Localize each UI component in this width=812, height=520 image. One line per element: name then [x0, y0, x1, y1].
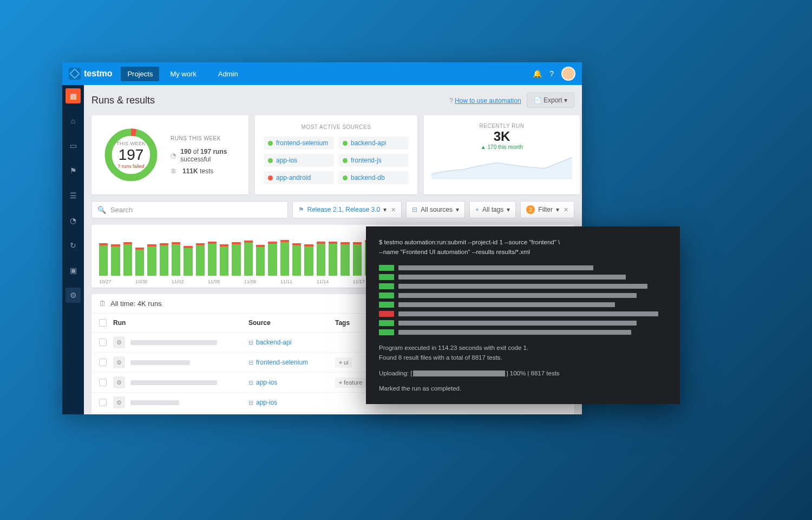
bar-label [342, 279, 349, 284]
bar[interactable] [244, 243, 253, 276]
source-name: app-ios [276, 157, 297, 164]
bar[interactable] [256, 247, 265, 276]
filter-sources[interactable]: ⊟All sources ▾ [406, 201, 465, 218]
bar[interactable] [220, 246, 228, 276]
status-block [379, 320, 394, 326]
bar-label [125, 279, 132, 284]
terminal-result-row [379, 302, 667, 308]
nav-admin[interactable]: Admin [212, 67, 245, 81]
bell-icon[interactable]: 🔔 [533, 69, 542, 78]
source-link[interactable]: ⊟frontend-selenium [248, 359, 335, 366]
status-dot [343, 141, 348, 146]
source-link[interactable]: ⊟app-ios [248, 379, 335, 386]
bar[interactable] [317, 244, 325, 276]
source-link[interactable]: ⊟app-ios [248, 399, 335, 406]
flag-icon: ⚑ [298, 206, 304, 213]
table-row[interactable]: ⚙⊟app-android [91, 413, 574, 414]
bar[interactable] [123, 244, 132, 276]
bar[interactable] [147, 246, 156, 276]
col-run[interactable]: Run [113, 319, 248, 327]
result-bar [398, 330, 631, 335]
terminal-command: $ testmo automation:run:submit --project… [379, 239, 560, 245]
sidebar-runs-icon[interactable]: ▦ [66, 88, 81, 103]
terminal-command: --name "Frontend UI automation" --result… [379, 249, 530, 255]
result-bar [398, 275, 626, 280]
filter-button[interactable]: 2Filter ▾ ✕ [520, 201, 574, 218]
bar[interactable] [353, 244, 362, 276]
bar[interactable] [111, 246, 120, 276]
table-title: All time: 4K runs [110, 300, 162, 308]
bar-label: 11/05 [208, 279, 220, 284]
sidebar-home-icon[interactable]: ⌂ [66, 113, 81, 128]
sidebar-flag-icon[interactable]: ⚑ [66, 163, 81, 178]
bar[interactable] [135, 250, 144, 276]
bar[interactable] [340, 244, 349, 276]
checkbox[interactable] [99, 379, 107, 386]
export-button[interactable]: 📄 Export ▾ [527, 93, 574, 108]
tag[interactable]: ⌖ feature [335, 378, 366, 388]
sidebar-refresh-icon[interactable]: ↻ [66, 238, 81, 253]
bar[interactable] [304, 246, 313, 276]
search-input[interactable]: 🔍 Search [91, 201, 288, 218]
stat-runs: 190 of 197 runs successful [180, 148, 239, 163]
db-icon: ⊟ [412, 206, 417, 213]
terminal-output: Found 8 result files with a total of 881… [379, 353, 667, 362]
run-name-placeholder [130, 340, 217, 345]
sidebar-monitor-icon[interactable]: ▣ [66, 263, 81, 278]
sidebar-book-icon[interactable]: ▭ [66, 138, 81, 153]
bar[interactable] [232, 244, 240, 276]
sources-title: MOST ACTIVE SOURCES [264, 124, 409, 130]
close-icon[interactable]: ✕ [564, 206, 568, 213]
result-bar [398, 284, 647, 289]
close-icon[interactable]: ✕ [391, 206, 396, 213]
bar[interactable] [160, 245, 168, 276]
filter-releases[interactable]: ⚑Release 2.1, Release 3.0 ▾ ✕ [292, 201, 402, 218]
checkbox[interactable] [99, 359, 107, 366]
bar[interactable] [184, 248, 192, 276]
checkbox[interactable] [99, 399, 107, 406]
terminal-result-row [379, 283, 667, 289]
sidebar-settings-icon[interactable]: ⚙ [66, 288, 81, 303]
donut-label: THIS WEEK [116, 141, 146, 146]
db-icon: ⊟ [248, 379, 253, 386]
status-dot [268, 176, 273, 180]
filter-tags[interactable]: ⌖All tags ▾ [469, 201, 516, 218]
source-chip[interactable]: backend-db [338, 171, 409, 184]
gear-icon[interactable]: ⚙ [113, 336, 125, 348]
bar[interactable] [268, 244, 277, 276]
checkbox[interactable] [99, 339, 107, 346]
bar[interactable] [329, 244, 337, 276]
nav-mywork[interactable]: My work [163, 67, 202, 81]
brand-logo[interactable]: testmo [69, 68, 112, 80]
status-block [379, 292, 394, 298]
gear-icon[interactable]: ⚙ [113, 356, 125, 368]
bar[interactable] [280, 242, 289, 276]
bar[interactable] [196, 245, 205, 276]
gear-icon[interactable]: ⚙ [113, 396, 125, 408]
source-chip[interactable]: frontend-js [338, 154, 409, 167]
bar[interactable] [172, 244, 180, 276]
source-chip[interactable]: app-android [264, 171, 334, 184]
source-chip[interactable]: app-ios [264, 154, 334, 167]
db-icon: ⊟ [248, 399, 253, 406]
help-link[interactable]: How to use automation [455, 97, 521, 105]
checkbox-all[interactable] [99, 319, 107, 327]
nav-projects[interactable]: Projects [121, 67, 159, 81]
col-source[interactable]: Source [248, 319, 335, 327]
sidebar-chart-icon[interactable]: ◔ [66, 213, 81, 228]
bar[interactable] [99, 245, 108, 276]
source-chip[interactable]: backend-api [338, 136, 409, 150]
gear-icon[interactable]: ⚙ [113, 376, 125, 388]
status-dot [343, 176, 348, 180]
terminal-result-row [379, 274, 667, 280]
avatar[interactable] [561, 67, 575, 81]
bar[interactable] [292, 245, 301, 276]
topbar: testmo Projects My work Admin 🔔 ? [62, 62, 582, 85]
sidebar-list-icon[interactable]: ☰ [66, 188, 81, 203]
source-chip[interactable]: frontend-selenium [264, 136, 334, 150]
bar[interactable] [208, 244, 217, 276]
source-link[interactable]: ⊟backend-api [248, 339, 335, 346]
tag[interactable]: ⌖ ui [335, 358, 352, 368]
status-dot [343, 158, 348, 163]
help-icon[interactable]: ? [549, 69, 554, 78]
